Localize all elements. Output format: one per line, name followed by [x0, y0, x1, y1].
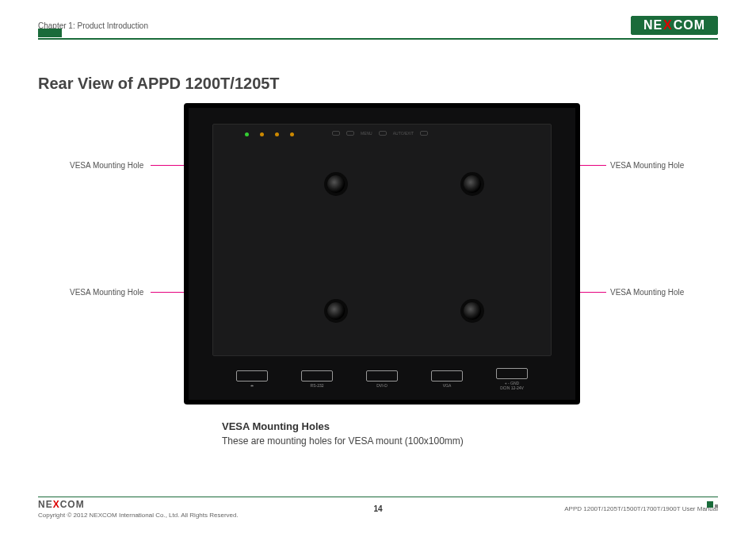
led-icon	[290, 132, 294, 136]
copyright-text: Copyright © 2012 NEXCOM International Co…	[38, 512, 239, 519]
document-name: APPD 1200T/1205T/1500T/1700T/1900T User …	[564, 505, 718, 512]
callout-bottom-right: VESA Mounting Hole	[610, 288, 684, 297]
page-header: Chapter 1: Product Introduction NEXCOM	[38, 16, 718, 40]
led-icon	[275, 132, 279, 136]
brand-x: X	[53, 499, 60, 510]
rs232-label: RS-232	[301, 383, 333, 388]
device-rear-figure: MENU AUTO/EXIT ⬌ RS-232 DVI-D VGA + - GN…	[184, 103, 580, 405]
power-label: + - GND DCIN 12-24V	[496, 381, 528, 390]
rs232-port: RS-232	[301, 370, 333, 388]
power-port: + - GND DCIN 12-24V	[496, 368, 528, 390]
description-text: These are mounting holes for VESA mount …	[222, 435, 602, 447]
vga-label: VGA	[431, 383, 463, 388]
description-heading: VESA Mounting Holes	[222, 420, 602, 432]
page-footer: NEXCOM Copyright © 2012 NEXCOM Internati…	[38, 497, 718, 519]
callout-bottom-left: VESA Mounting Hole	[70, 288, 143, 297]
led-icon	[245, 132, 249, 136]
led-icon	[260, 132, 264, 136]
brand-x: X	[662, 18, 674, 33]
description-block: VESA Mounting Holes These are mounting h…	[222, 420, 602, 447]
osd-menu-icon	[379, 131, 387, 136]
osd-plus-icon	[346, 131, 354, 136]
vga-port: VGA	[431, 370, 463, 388]
vesa-hole-icon	[324, 299, 348, 323]
header-accent	[38, 29, 62, 37]
usb-label: ⬌	[236, 383, 268, 388]
status-leds	[245, 132, 294, 136]
vesa-hole-icon	[324, 172, 348, 196]
port-row: ⬌ RS-232 DVI-D VGA + - GND DCIN 12-24V	[236, 368, 528, 390]
dvid-label: DVI-D	[366, 383, 398, 388]
brand-post: COM	[60, 499, 85, 510]
brand-pre: NE	[38, 499, 53, 510]
osd-buttons: MENU AUTO/EXIT	[332, 131, 428, 136]
page-number: 14	[373, 504, 382, 513]
osd-auto-label: AUTO/EXIT	[393, 131, 414, 136]
vesa-hole-icon	[460, 299, 484, 323]
footer-logo: NEXCOM	[38, 499, 239, 510]
device-panel: MENU AUTO/EXIT	[212, 124, 552, 356]
brand-logo: NEXCOM	[631, 16, 718, 35]
dvid-port: DVI-D	[366, 370, 398, 388]
brand-pre: NE	[643, 18, 662, 33]
page-title: Rear View of APPD 1200T/1205T	[38, 75, 280, 93]
callout-top-left: VESA Mounting Hole	[70, 161, 143, 170]
osd-auto-icon	[420, 131, 428, 136]
brand-post: COM	[674, 18, 705, 33]
vesa-hole-icon	[460, 172, 484, 196]
callout-top-right: VESA Mounting Hole	[610, 161, 684, 170]
osd-minus-icon	[332, 131, 340, 136]
osd-menu-label: MENU	[361, 131, 372, 136]
usb-port: ⬌	[236, 370, 268, 388]
